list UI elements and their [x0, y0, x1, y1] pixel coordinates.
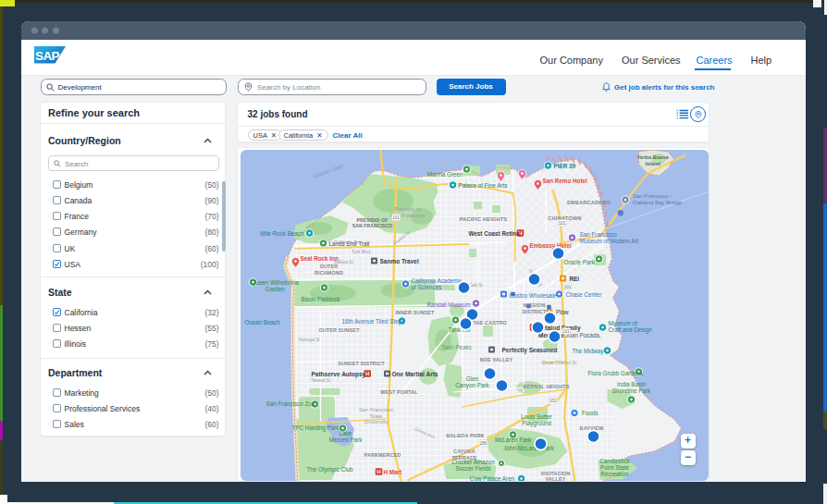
svg-text:Palace of Fine Arts: Palace of Fine Arts: [458, 182, 507, 189]
svg-text:Twin Peaks: Twin Peaks: [441, 344, 471, 350]
svg-text:San Francisco: San Francisco: [579, 231, 617, 238]
svg-text:Cesar Chavez St: Cesar Chavez St: [541, 360, 576, 365]
svg-text:State: State: [369, 413, 382, 419]
svg-text:Costco Wholesale: Costco Wholesale: [509, 292, 556, 299]
svg-text:San Remo Hotel: San Remo Hotel: [542, 178, 587, 184]
svg-text:San Francisco Zoo: San Francisco Zoo: [265, 400, 315, 407]
svg-text:San Francisco –: San Francisco –: [633, 193, 673, 199]
svg-text:H: H: [376, 469, 380, 474]
svg-text:SUNSET DISTRICT: SUNSET DISTRICT: [338, 361, 385, 366]
svg-text:Turk Blvd: Turk Blvd: [352, 250, 370, 254]
svg-text:Foods: Foods: [582, 410, 599, 416]
svg-text:101: 101: [549, 399, 556, 403]
svg-text:Mile Rock Beach: Mile Rock Beach: [260, 230, 304, 237]
svg-text:VALLEY: VALLEY: [545, 476, 565, 481]
svg-text:Canyon Park: Canyon Park: [455, 382, 489, 389]
svg-text:Marina Green: Marina Green: [427, 171, 463, 178]
svg-text:Oak St: Oak St: [469, 283, 483, 288]
svg-text:Randall Museum: Randall Museum: [426, 301, 470, 308]
svg-text:California St: California St: [334, 240, 359, 245]
svg-text:SAN FRANCISCO: SAN FRANCISCO: [352, 223, 392, 228]
svg-text:101: 101: [392, 215, 400, 220]
svg-text:PARKMERCED: PARKMERCED: [364, 452, 401, 458]
svg-text:CAYUGA: CAYUGA: [453, 449, 475, 454]
svg-text:Island: Island: [645, 161, 660, 166]
svg-text:101: 101: [558, 221, 565, 226]
svg-text:Noriega St: Noriega St: [299, 338, 320, 342]
svg-text:One Martial Arts: One Martial Arts: [391, 371, 438, 377]
svg-text:PIER 39: PIER 39: [553, 163, 575, 169]
svg-text:Pathserve Autopsy: Pathserve Autopsy: [311, 371, 365, 378]
svg-text:Juan Posada,: Juan Posada,: [565, 332, 601, 338]
svg-text:101: 101: [563, 285, 571, 289]
svg-text:101: 101: [562, 329, 570, 334]
svg-text:INNER SUNSET: INNER SUNSET: [395, 310, 435, 315]
svg-text:Perfectly Seasoned: Perfectly Seasoned: [501, 347, 557, 354]
svg-text:WEST PORTAL: WEST PORTAL: [380, 389, 418, 395]
svg-text:Soccer Fields: Soccer Fields: [455, 465, 490, 472]
svg-text:MISSION: MISSION: [523, 302, 545, 308]
svg-text:280: 280: [479, 441, 487, 446]
svg-text:Embassy Hotel: Embassy Hotel: [529, 242, 571, 250]
svg-text:Chase Center: Chase Center: [565, 291, 601, 298]
svg-text:The Midway: The Midway: [572, 348, 604, 355]
svg-text:Glen: Glen: [465, 375, 478, 382]
svg-text:Point State: Point State: [600, 464, 629, 471]
svg-text:Plow: Plow: [556, 309, 569, 315]
svg-text:West Coast Retina: West Coast Retina: [468, 230, 520, 237]
svg-text:Yerba Buena: Yerba Buena: [636, 154, 668, 160]
svg-text:H: H: [365, 371, 369, 376]
svg-text:Balboa St: Balboa St: [334, 260, 353, 264]
svg-text:SAP: SAP: [35, 49, 60, 63]
svg-text:THE CASTRO: THE CASTRO: [473, 320, 507, 326]
svg-text:REI: REI: [569, 276, 579, 282]
svg-text:Playground: Playground: [522, 420, 551, 427]
svg-text:H Mart: H Mart: [383, 469, 401, 475]
svg-text:Museum of Modern Art: Museum of Modern Art: [579, 238, 638, 244]
svg-text:Merced Park: Merced Park: [328, 436, 363, 443]
svg-text:Recreation: Recreation: [600, 471, 629, 477]
svg-text:Seal Rock Inn: Seal Rock Inn: [300, 255, 338, 262]
svg-text:India Basin: India Basin: [616, 381, 646, 387]
svg-text:NOE VALLEY: NOE VALLEY: [479, 357, 512, 363]
svg-text:Museum of: Museum of: [608, 320, 636, 326]
svg-text:BALBOA PARK: BALBOA PARK: [446, 433, 484, 438]
svg-text:EMBARCADERO: EMBARCADERO: [566, 200, 611, 205]
svg-text:Sanmo Travel: Sanmo Travel: [379, 258, 418, 264]
svg-text:Craft and Design: Craft and Design: [608, 326, 652, 334]
svg-text:of Sciences: of Sciences: [411, 284, 441, 290]
svg-text:BAYVIEW: BAYVIEW: [579, 425, 604, 431]
svg-text:Taraval St: Taraval St: [311, 378, 331, 383]
svg-text:Cow Palace Aren: Cow Palace Aren: [469, 475, 514, 481]
svg-text:Bison Paddock: Bison Paddock: [301, 296, 340, 302]
svg-text:Lake: Lake: [339, 430, 352, 436]
svg-text:Crocker Amazon: Crocker Amazon: [451, 459, 495, 465]
svg-text:McLaren Park: McLaren Park: [494, 436, 531, 443]
svg-text:San Francisco: San Francisco: [358, 407, 392, 412]
svg-text:Louis Sutter: Louis Sutter: [521, 413, 552, 420]
svg-text:16th Avenue Tiled Steps: 16th Avenue Tiled Steps: [341, 318, 404, 326]
svg-text:Oracle Park: Oracle Park: [563, 259, 595, 265]
svg-text:Garden: Garden: [265, 286, 285, 292]
svg-text:Shoreline Park: Shoreline Park: [611, 387, 650, 394]
svg-text:RICHMOND: RICHMOND: [315, 270, 343, 276]
svg-text:The Olympic Club: The Olympic Club: [306, 466, 353, 473]
svg-text:OUTER SUNSET: OUTER SUNSET: [318, 327, 360, 333]
svg-text:BERNAL HEIGHTS: BERNAL HEIGHTS: [523, 384, 569, 389]
svg-text:Presidio of: Presidio of: [394, 206, 421, 212]
svg-text:Ocean Beach: Ocean Beach: [244, 319, 280, 326]
svg-text:University: University: [364, 419, 388, 424]
svg-text:Candlestick: Candlestick: [599, 458, 630, 464]
svg-text:DISTRICT: DISTRICT: [522, 309, 547, 314]
svg-text:PACIFIC HEIGHTS: PACIFIC HEIGHTS: [459, 216, 507, 222]
svg-text:Flora Grubb Gardens: Flora Grubb Gardens: [587, 370, 643, 376]
svg-text:Oakland Bay Bridge: Oakland Bay Bridge: [633, 200, 683, 205]
svg-text:TPC Harding Park: TPC Harding Park: [291, 424, 339, 432]
